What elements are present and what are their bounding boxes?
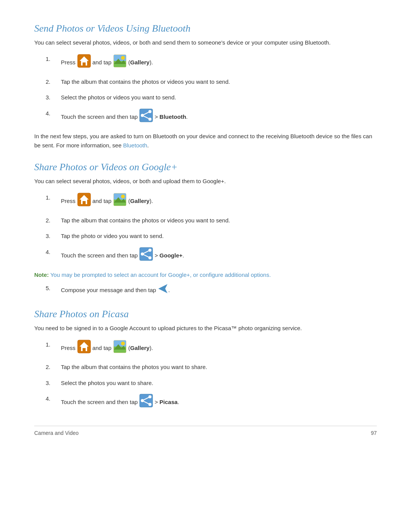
press-label: Press	[61, 58, 77, 67]
picasa-step-2: Tap the album that contains the photos y…	[46, 362, 377, 372]
svg-point-18	[121, 195, 125, 198]
googleplus-step-3: Tap the photo or video you want to send.	[46, 231, 377, 241]
home-icon-p1	[77, 340, 91, 356]
googleplus-steps: Press and tap	[46, 193, 377, 264]
gallery-icon-p1	[113, 340, 127, 356]
googleplus-step-1: Press and tap	[46, 193, 377, 209]
page-footer: Camera and Video 97	[34, 426, 377, 436]
step4-prefix: Touch the screen and then tap	[61, 112, 139, 122]
step4g-prefix: Touch the screen and then tap	[61, 251, 139, 260]
bluetooth-link[interactable]: Bluetooth	[123, 142, 147, 149]
section-googleplus-title: Share Photos or Videos on Google+	[34, 161, 377, 173]
section-bluetooth-intro: You can select several photos, videos, o…	[34, 38, 377, 47]
googleplus-step-5: Compose your message and then tap .	[46, 283, 377, 297]
svg-point-32	[121, 342, 125, 345]
section-picasa: Share Photos on Picasa You need to be si…	[34, 308, 377, 411]
section-bluetooth-title: Send Photos or Videos Using Bluetooth	[34, 23, 377, 34]
section-picasa-intro: You need to be signed in to a Google Acc…	[34, 324, 377, 333]
send-icon	[158, 283, 168, 297]
gallery-icon-g1	[113, 193, 127, 209]
gallery-label-g1: (Gallery).	[127, 196, 153, 206]
googleplus-note: Note: You may be prompted to select an a…	[34, 270, 377, 280]
note-label: Note:	[34, 272, 49, 278]
page-content: Send Photos or Videos Using Bluetooth Yo…	[34, 23, 377, 436]
share-icon-1	[139, 109, 153, 125]
and-tap-label-p1: and tap	[91, 343, 113, 353]
step5-prefix: Compose your message and then tap	[61, 285, 158, 295]
googleplus-step-2: Tap the album that contains the photos o…	[46, 216, 377, 225]
step4-suffix: > Bluetooth.	[153, 112, 188, 122]
svg-point-5	[121, 56, 125, 60]
picasa-steps: Press and tap	[46, 340, 377, 411]
and-tap-label: and tap	[91, 58, 113, 67]
section-googleplus-intro: You can select several photos, videos, o…	[34, 177, 377, 186]
bluetooth-step-4: Touch the screen and then tap > Bluetoot…	[46, 109, 377, 125]
step4p-prefix: Touch the screen and then tap	[61, 397, 139, 407]
and-tap-label-g1: and tap	[91, 196, 113, 206]
bluetooth-step-2: Tap the album that contains the photos o…	[46, 77, 377, 87]
bluetooth-steps: Press and tap	[46, 54, 377, 125]
step4g-suffix: > Google+.	[153, 251, 184, 260]
bluetooth-step-1: Press and tap	[46, 54, 377, 71]
googleplus-step-4: Touch the screen and then tap > Google+.	[46, 247, 377, 264]
section-googleplus: Share Photos or Videos on Google+ You ca…	[34, 161, 377, 297]
home-icon-1	[77, 54, 91, 71]
gallery-icon-1	[113, 54, 127, 71]
note-text: You may be prompted to select an account…	[50, 272, 271, 278]
section-bluetooth: Send Photos or Videos Using Bluetooth Yo…	[34, 23, 377, 150]
share-icon-p	[139, 394, 153, 411]
step5-end: .	[168, 285, 170, 295]
bluetooth-step-3: Select the photos or videos you want to …	[46, 93, 377, 102]
bluetooth-outro: In the next few steps, you are asked to …	[34, 132, 377, 150]
picasa-step-3: Select the photos you want to share.	[46, 378, 377, 388]
step4p-suffix: > Picasa.	[153, 397, 179, 407]
section-picasa-title: Share Photos on Picasa	[34, 308, 377, 320]
gallery-label-p1: (Gallery).	[127, 343, 153, 353]
picasa-step-1: Press and tap	[46, 340, 377, 356]
footer-left: Camera and Video	[34, 430, 78, 436]
share-icon-g	[139, 247, 153, 264]
home-icon-g1	[77, 193, 91, 209]
footer-right: 97	[371, 430, 377, 436]
press-label-g1: Press	[61, 196, 77, 206]
press-label-p1: Press	[61, 343, 77, 353]
gallery-label-1: (Gallery).	[127, 58, 153, 67]
picasa-step-4: Touch the screen and then tap > Picasa.	[46, 394, 377, 411]
svg-marker-26	[158, 284, 167, 293]
googleplus-extra-steps: Compose your message and then tap .	[46, 283, 377, 297]
